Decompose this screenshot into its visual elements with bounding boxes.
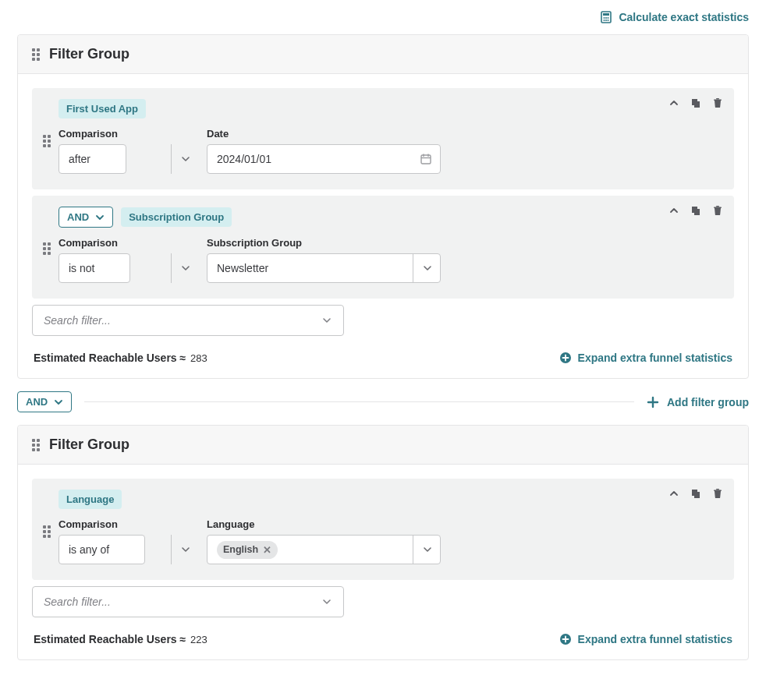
svg-rect-19 bbox=[716, 206, 719, 207]
comparison-label: Comparison bbox=[59, 237, 199, 249]
connector-label: AND bbox=[67, 211, 89, 223]
calculate-stats-label: Calculate exact statistics bbox=[619, 11, 749, 23]
collapse-icon[interactable] bbox=[668, 97, 679, 108]
svg-point-4 bbox=[608, 17, 609, 19]
selected-token: English ✕ bbox=[217, 541, 278, 559]
chevron-down-icon bbox=[171, 535, 199, 564]
filter-group-header: Filter Group bbox=[18, 426, 748, 465]
comparison-select[interactable]: is any of bbox=[59, 535, 145, 564]
calculate-stats-link[interactable]: Calculate exact statistics bbox=[600, 11, 749, 23]
svg-rect-13 bbox=[694, 101, 700, 108]
duplicate-icon[interactable] bbox=[690, 488, 701, 499]
drag-handle-icon[interactable] bbox=[43, 242, 51, 255]
connector-chip[interactable]: AND bbox=[59, 207, 113, 228]
trash-icon[interactable] bbox=[712, 488, 723, 499]
drag-handle-icon[interactable] bbox=[32, 48, 40, 61]
svg-rect-1 bbox=[603, 13, 609, 16]
chevron-down-icon bbox=[321, 315, 332, 326]
filter-group-header: Filter Group bbox=[18, 35, 748, 74]
chevron-down-icon bbox=[171, 253, 199, 283]
search-filter-input[interactable]: Search filter... bbox=[32, 305, 344, 336]
comparison-select[interactable]: is not bbox=[59, 253, 130, 283]
expand-funnel-link[interactable]: Expand extra funnel statistics bbox=[559, 352, 732, 364]
svg-rect-24 bbox=[716, 489, 719, 490]
filter-group-title: Filter Group bbox=[49, 46, 129, 62]
svg-rect-18 bbox=[714, 207, 722, 209]
connector-label: AND bbox=[26, 396, 48, 408]
chevron-down-icon bbox=[54, 398, 63, 407]
svg-point-7 bbox=[608, 19, 609, 21]
comparison-label: Comparison bbox=[59, 518, 199, 530]
add-filter-group-button[interactable]: Add filter group bbox=[647, 396, 749, 408]
svg-rect-22 bbox=[694, 492, 700, 498]
language-multiselect[interactable]: English ✕ bbox=[207, 535, 441, 564]
chevron-down-icon bbox=[321, 596, 332, 607]
filter-type-badge: Subscription Group bbox=[121, 207, 232, 227]
filter-group: Filter Group Language Comparison bbox=[17, 425, 749, 660]
filter-card: AND Subscription Group Comparison is not bbox=[32, 196, 734, 299]
estimate-text: Estimated Reachable Users ≈ 223 bbox=[34, 633, 207, 645]
collapse-icon[interactable] bbox=[668, 205, 679, 216]
comparison-label: Comparison bbox=[59, 128, 199, 140]
filter-card: First Used App Comparison after bbox=[32, 88, 734, 189]
trash-icon[interactable] bbox=[712, 205, 723, 216]
calendar-icon bbox=[420, 154, 431, 164]
filter-group-title: Filter Group bbox=[49, 437, 129, 453]
subscription-group-select[interactable]: Newsletter bbox=[207, 253, 441, 283]
svg-point-5 bbox=[604, 19, 605, 21]
drag-handle-icon[interactable] bbox=[43, 525, 51, 538]
comparison-select[interactable]: after bbox=[59, 144, 126, 174]
drag-handle-icon[interactable] bbox=[43, 135, 51, 147]
drag-handle-icon[interactable] bbox=[32, 439, 40, 451]
search-filter-placeholder: Search filter... bbox=[44, 314, 321, 327]
search-filter-placeholder: Search filter... bbox=[44, 596, 321, 608]
filter-group: Filter Group First Used App Comparison bbox=[17, 34, 749, 379]
duplicate-icon[interactable] bbox=[690, 205, 701, 216]
svg-point-6 bbox=[605, 19, 607, 21]
remove-token-icon[interactable]: ✕ bbox=[263, 544, 271, 556]
divider bbox=[84, 401, 634, 402]
trash-icon[interactable] bbox=[712, 97, 723, 108]
token-label: English bbox=[223, 544, 258, 555]
expand-funnel-label: Expand extra funnel statistics bbox=[578, 352, 732, 364]
chevron-down-icon bbox=[171, 144, 199, 174]
expand-funnel-link[interactable]: Expand extra funnel statistics bbox=[559, 633, 732, 645]
filter-type-badge: Language bbox=[59, 490, 122, 509]
chevron-down-icon bbox=[95, 213, 105, 222]
svg-point-3 bbox=[605, 17, 607, 19]
group-connector-chip[interactable]: AND bbox=[17, 391, 72, 412]
date-input[interactable] bbox=[207, 144, 441, 174]
plus-icon bbox=[647, 396, 659, 408]
svg-point-2 bbox=[604, 17, 605, 19]
language-label: Language bbox=[207, 518, 441, 530]
expand-funnel-label: Expand extra funnel statistics bbox=[578, 633, 732, 645]
plus-circle-icon bbox=[559, 352, 572, 364]
filter-card: Language Comparison is any of bbox=[32, 479, 734, 580]
search-filter-input[interactable]: Search filter... bbox=[32, 586, 344, 617]
svg-rect-8 bbox=[421, 155, 431, 164]
subscription-group-label: Subscription Group bbox=[207, 237, 441, 249]
add-filter-group-label: Add filter group bbox=[667, 396, 749, 408]
estimate-text: Estimated Reachable Users ≈ 283 bbox=[34, 352, 207, 364]
plus-circle-icon bbox=[559, 633, 572, 645]
svg-rect-17 bbox=[694, 209, 700, 215]
duplicate-icon[interactable] bbox=[690, 97, 701, 108]
calculator-icon bbox=[600, 11, 612, 23]
svg-rect-15 bbox=[716, 98, 719, 100]
filter-type-badge: First Used App bbox=[59, 99, 146, 118]
svg-rect-23 bbox=[714, 490, 722, 492]
svg-rect-14 bbox=[714, 100, 722, 101]
collapse-icon[interactable] bbox=[668, 488, 679, 499]
date-label: Date bbox=[207, 128, 441, 140]
